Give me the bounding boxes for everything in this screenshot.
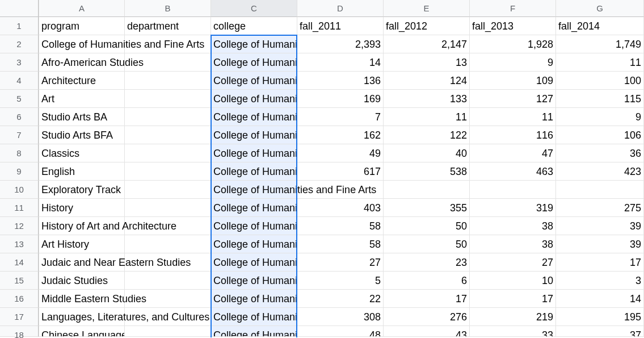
cell[interactable]: 538 [384, 162, 470, 181]
cell[interactable]: Judaic Studies [39, 272, 125, 290]
cell[interactable]: 48 [297, 326, 384, 337]
cell[interactable] [556, 181, 644, 199]
cell[interactable]: College of Humanities and Fine Arts [211, 290, 297, 308]
row-header-8[interactable]: 8 [0, 144, 39, 162]
grid-body[interactable]: programdepartmentcollegefall_2011fall_20… [39, 17, 644, 337]
cell[interactable]: 116 [470, 126, 556, 144]
row-header-10[interactable]: 10 [0, 181, 39, 199]
cell[interactable]: 27 [297, 253, 384, 272]
cell[interactable]: College of Humanities and Fine Arts [211, 235, 297, 253]
header-cell-d[interactable]: fall_2011 [297, 17, 384, 35]
cell[interactable]: College of Humanities and Fine Arts [211, 72, 297, 90]
cell[interactable]: 1,928 [470, 35, 556, 53]
cell[interactable]: History of Art and Architecture [39, 217, 125, 235]
cell[interactable]: 3 [556, 272, 644, 290]
row-header-12[interactable]: 12 [0, 217, 39, 235]
cell[interactable]: 9 [470, 53, 556, 72]
column-header-c[interactable]: C [211, 0, 297, 17]
cell[interactable]: 14 [556, 290, 644, 308]
cell[interactable]: 37 [556, 326, 644, 337]
spreadsheet[interactable]: ABCDEFG 123456789101112131415161718 prog… [0, 0, 644, 338]
row-header-15[interactable]: 15 [0, 272, 39, 290]
cell[interactable]: 7 [297, 108, 384, 126]
cell[interactable]: 10 [470, 272, 556, 290]
cell[interactable]: 43 [384, 326, 470, 337]
cell[interactable]: 38 [470, 217, 556, 235]
select-all-corner[interactable] [0, 0, 39, 17]
row-header-7[interactable]: 7 [0, 126, 39, 144]
cell[interactable] [125, 72, 211, 90]
cell[interactable]: Languages, Literatures, and Cultures [39, 308, 125, 326]
cell[interactable]: College of Humanities and Fine Arts [211, 181, 297, 199]
cell[interactable]: Judaic and Near Eastern Studies [39, 253, 125, 272]
cell[interactable]: 47 [470, 144, 556, 162]
row-header-17[interactable]: 17 [0, 308, 39, 326]
cell[interactable]: 136 [297, 72, 384, 90]
cell[interactable]: 14 [297, 53, 384, 72]
cell[interactable]: 423 [556, 162, 644, 181]
cell[interactable]: 275 [556, 199, 644, 217]
cell[interactable]: Studio Arts BA [39, 108, 125, 126]
cell[interactable]: 5 [297, 272, 384, 290]
cell[interactable]: 38 [470, 235, 556, 253]
cell[interactable]: 308 [297, 308, 384, 326]
cell[interactable]: 58 [297, 235, 384, 253]
cell[interactable]: Art History [39, 235, 125, 253]
row-header-5[interactable]: 5 [0, 90, 39, 108]
cell[interactable] [125, 162, 211, 181]
cell[interactable]: 195 [556, 308, 644, 326]
cell[interactable]: 50 [384, 235, 470, 253]
row-header-2[interactable]: 2 [0, 35, 39, 53]
cell[interactable]: 100 [556, 72, 644, 90]
cell[interactable]: 106 [556, 126, 644, 144]
cell[interactable]: Studio Arts BFA [39, 126, 125, 144]
cell[interactable]: College of Humanities and Fine Arts [211, 35, 297, 53]
cell[interactable]: Middle Eastern Studies [39, 290, 125, 308]
cell[interactable]: 58 [297, 217, 384, 235]
cell[interactable]: 50 [384, 217, 470, 235]
cell[interactable]: 33 [470, 326, 556, 337]
row-header-18[interactable]: 18 [0, 326, 39, 337]
cell[interactable] [125, 199, 211, 217]
cell[interactable] [125, 90, 211, 108]
cell[interactable]: 11 [384, 108, 470, 126]
row-header-3[interactable]: 3 [0, 53, 39, 72]
cell[interactable]: 133 [384, 90, 470, 108]
column-header-b[interactable]: B [125, 0, 211, 17]
cell[interactable]: College of Humanities and Fine Arts [211, 253, 297, 272]
header-cell-g[interactable]: fall_2014 [556, 17, 644, 35]
row-header-11[interactable]: 11 [0, 199, 39, 217]
cell[interactable] [125, 326, 211, 337]
cell[interactable]: 11 [556, 53, 644, 72]
cell[interactable]: Classics [39, 144, 125, 162]
row-header-9[interactable]: 9 [0, 162, 39, 181]
cell[interactable]: Afro-American Studies [39, 53, 125, 72]
header-cell-f[interactable]: fall_2013 [470, 17, 556, 35]
column-header-f[interactable]: F [470, 0, 556, 17]
cell[interactable]: 22 [297, 290, 384, 308]
cell[interactable]: College of Humanities and Fine Arts [211, 90, 297, 108]
row-header-6[interactable]: 6 [0, 108, 39, 126]
column-header-g[interactable]: G [556, 0, 644, 17]
cell[interactable]: 169 [297, 90, 384, 108]
cell[interactable]: 127 [470, 90, 556, 108]
cell[interactable]: College of Humanities and Fine Arts [211, 308, 297, 326]
row-header-13[interactable]: 13 [0, 235, 39, 253]
column-header-d[interactable]: D [297, 0, 384, 17]
cell[interactable]: 115 [556, 90, 644, 108]
cell[interactable] [125, 181, 211, 199]
cell[interactable]: 2,147 [384, 35, 470, 53]
cell[interactable] [384, 181, 470, 199]
cell[interactable]: College of Humanities and Fine Arts [211, 53, 297, 72]
cell[interactable] [125, 272, 211, 290]
cell[interactable]: 49 [297, 144, 384, 162]
cell[interactable]: 162 [297, 126, 384, 144]
row-header-14[interactable]: 14 [0, 253, 39, 272]
column-header-e[interactable]: E [384, 0, 470, 17]
cell[interactable]: College of Humanities and Fine Arts [211, 144, 297, 162]
cell[interactable]: 23 [384, 253, 470, 272]
cell[interactable]: 319 [470, 199, 556, 217]
cell[interactable]: 109 [470, 72, 556, 90]
cell[interactable]: 9 [556, 108, 644, 126]
header-cell-b[interactable]: department [125, 17, 211, 35]
